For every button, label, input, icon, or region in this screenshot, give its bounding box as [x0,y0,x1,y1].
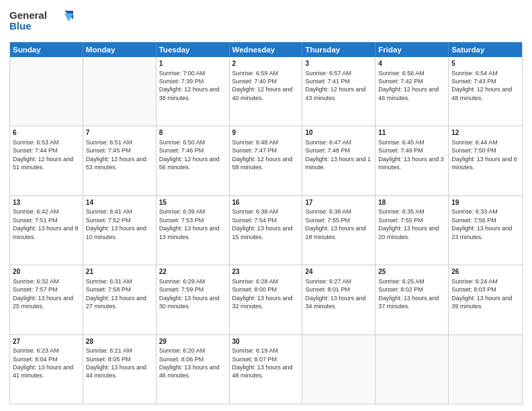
calendar-cell: 5Sunrise: 6:54 AM Sunset: 7:43 PM Daylig… [449,57,522,126]
calendar-cell [375,335,449,404]
calendar-cell: 27Sunrise: 6:23 AM Sunset: 8:04 PM Dayli… [10,335,83,404]
day-number: 1 [159,59,226,68]
calendar-cell: 17Sunrise: 6:36 AM Sunset: 7:55 PM Dayli… [302,196,375,265]
calendar-row: 6Sunrise: 6:53 AM Sunset: 7:44 PM Daylig… [10,126,522,195]
cell-info: Sunrise: 6:48 AM Sunset: 7:47 PM Dayligh… [232,138,300,172]
day-number: 2 [232,59,300,68]
calendar-cell: 24Sunrise: 6:27 AM Sunset: 8:01 PM Dayli… [302,265,375,334]
day-number: 17 [305,198,372,208]
day-number: 26 [451,267,519,277]
calendar-cell: 23Sunrise: 6:28 AM Sunset: 8:00 PM Dayli… [230,265,303,334]
cell-info: Sunrise: 6:57 AM Sunset: 7:41 PM Dayligh… [305,69,372,103]
cell-info: Sunrise: 6:23 AM Sunset: 8:04 PM Dayligh… [13,347,80,380]
day-number: 14 [86,198,153,208]
calendar-cell: 1Sunrise: 7:00 AM Sunset: 7:39 PM Daylig… [157,57,230,126]
day-number: 22 [159,267,226,277]
calendar: SundayMondayTuesdayWednesdayThursdayFrid… [9,42,523,404]
day-number: 29 [159,337,226,347]
cell-info: Sunrise: 6:35 AM Sunset: 7:55 PM Dayligh… [378,208,445,241]
day-number: 30 [232,337,300,347]
calendar-body: 1Sunrise: 7:00 AM Sunset: 7:39 PM Daylig… [10,57,522,404]
cell-info: Sunrise: 6:32 AM Sunset: 7:57 PM Dayligh… [13,277,80,311]
day-number: 3 [305,59,372,68]
calendar-cell: 16Sunrise: 6:38 AM Sunset: 7:54 PM Dayli… [230,196,303,265]
calendar-cell [302,335,375,404]
logo: General Blue [9,7,83,36]
cell-info: Sunrise: 6:47 AM Sunset: 7:48 PM Dayligh… [305,138,372,172]
cell-info: Sunrise: 6:41 AM Sunset: 7:52 PM Dayligh… [86,208,153,241]
cell-info: Sunrise: 6:25 AM Sunset: 8:02 PM Dayligh… [378,277,445,311]
day-number: 5 [451,59,519,68]
svg-text:Blue: Blue [9,20,32,32]
cell-info: Sunrise: 6:38 AM Sunset: 7:54 PM Dayligh… [232,208,300,241]
day-number: 21 [86,267,153,277]
day-number: 15 [159,198,226,208]
calendar-cell: 28Sunrise: 6:21 AM Sunset: 8:05 PM Dayli… [83,335,157,404]
calendar-cell: 26Sunrise: 6:24 AM Sunset: 8:03 PM Dayli… [449,265,522,334]
day-number: 11 [378,128,445,138]
day-number: 8 [159,128,226,138]
calendar-cell [83,57,157,126]
calendar-header-cell: Monday [83,42,157,57]
day-number: 20 [13,267,80,277]
calendar-cell: 2Sunrise: 6:59 AM Sunset: 7:40 PM Daylig… [230,57,303,126]
calendar-row: 13Sunrise: 6:42 AM Sunset: 7:51 PM Dayli… [10,195,522,265]
calendar-cell: 13Sunrise: 6:42 AM Sunset: 7:51 PM Dayli… [10,196,83,265]
day-number: 24 [305,267,372,277]
calendar-cell: 6Sunrise: 6:53 AM Sunset: 7:44 PM Daylig… [10,126,83,195]
calendar-cell: 18Sunrise: 6:35 AM Sunset: 7:55 PM Dayli… [375,196,449,265]
calendar-header-cell: Wednesday [230,42,303,57]
day-number: 6 [13,128,80,138]
calendar-cell [10,57,83,126]
cell-info: Sunrise: 6:20 AM Sunset: 8:06 PM Dayligh… [159,347,226,380]
calendar-cell: 25Sunrise: 6:25 AM Sunset: 8:02 PM Dayli… [375,265,449,334]
cell-info: Sunrise: 6:39 AM Sunset: 7:53 PM Dayligh… [159,208,226,241]
day-number: 27 [13,337,80,347]
cell-info: Sunrise: 6:36 AM Sunset: 7:55 PM Dayligh… [305,208,372,241]
day-number: 4 [378,59,445,68]
cell-info: Sunrise: 7:00 AM Sunset: 7:39 PM Dayligh… [159,69,226,103]
day-number: 7 [86,128,153,138]
calendar-header-cell: Thursday [302,42,375,57]
calendar-header-cell: Tuesday [157,42,230,57]
day-number: 28 [86,337,153,347]
calendar-cell: 20Sunrise: 6:32 AM Sunset: 7:57 PM Dayli… [10,265,83,334]
calendar-cell: 15Sunrise: 6:39 AM Sunset: 7:53 PM Dayli… [157,196,230,265]
cell-info: Sunrise: 6:27 AM Sunset: 8:01 PM Dayligh… [305,277,372,311]
day-number: 18 [378,198,445,208]
day-number: 16 [232,198,300,208]
cell-info: Sunrise: 6:51 AM Sunset: 7:45 PM Dayligh… [86,138,153,172]
calendar-row: 27Sunrise: 6:23 AM Sunset: 8:04 PM Dayli… [10,334,522,404]
cell-info: Sunrise: 6:24 AM Sunset: 8:03 PM Dayligh… [451,277,519,311]
calendar-cell [449,335,522,404]
cell-info: Sunrise: 6:54 AM Sunset: 7:43 PM Dayligh… [451,69,519,103]
calendar-cell: 19Sunrise: 6:33 AM Sunset: 7:56 PM Dayli… [449,196,522,265]
calendar-cell: 8Sunrise: 6:50 AM Sunset: 7:46 PM Daylig… [157,126,230,195]
cell-info: Sunrise: 6:59 AM Sunset: 7:40 PM Dayligh… [232,69,300,103]
calendar-header-cell: Sunday [10,42,83,57]
calendar-cell: 14Sunrise: 6:41 AM Sunset: 7:52 PM Dayli… [83,196,157,265]
calendar-cell: 30Sunrise: 6:19 AM Sunset: 8:07 PM Dayli… [230,335,303,404]
day-number: 10 [305,128,372,138]
calendar-cell: 12Sunrise: 6:44 AM Sunset: 7:50 PM Dayli… [449,126,522,195]
page: General Blue SundayMondayTuesdayWednesda… [0,0,532,411]
calendar-row: 20Sunrise: 6:32 AM Sunset: 7:57 PM Dayli… [10,265,522,334]
day-number: 13 [13,198,80,208]
day-number: 12 [451,128,519,138]
calendar-cell: 7Sunrise: 6:51 AM Sunset: 7:45 PM Daylig… [83,126,157,195]
calendar-cell: 3Sunrise: 6:57 AM Sunset: 7:41 PM Daylig… [302,57,375,126]
calendar-cell: 29Sunrise: 6:20 AM Sunset: 8:06 PM Dayli… [157,335,230,404]
cell-info: Sunrise: 6:33 AM Sunset: 7:56 PM Dayligh… [451,208,519,241]
calendar-header-cell: Saturday [449,42,522,57]
calendar-cell: 10Sunrise: 6:47 AM Sunset: 7:48 PM Dayli… [302,126,375,195]
calendar-header-cell: Friday [375,42,449,57]
logo-text: General Blue [9,7,83,36]
calendar-cell: 9Sunrise: 6:48 AM Sunset: 7:47 PM Daylig… [230,126,303,195]
cell-info: Sunrise: 6:42 AM Sunset: 7:51 PM Dayligh… [13,208,80,241]
cell-info: Sunrise: 6:50 AM Sunset: 7:46 PM Dayligh… [159,138,226,172]
day-number: 9 [232,128,300,138]
cell-info: Sunrise: 6:29 AM Sunset: 7:59 PM Dayligh… [159,277,226,311]
calendar-cell: 11Sunrise: 6:45 AM Sunset: 7:49 PM Dayli… [375,126,449,195]
cell-info: Sunrise: 6:28 AM Sunset: 8:00 PM Dayligh… [232,277,300,311]
calendar-cell: 22Sunrise: 6:29 AM Sunset: 7:59 PM Dayli… [157,265,230,334]
